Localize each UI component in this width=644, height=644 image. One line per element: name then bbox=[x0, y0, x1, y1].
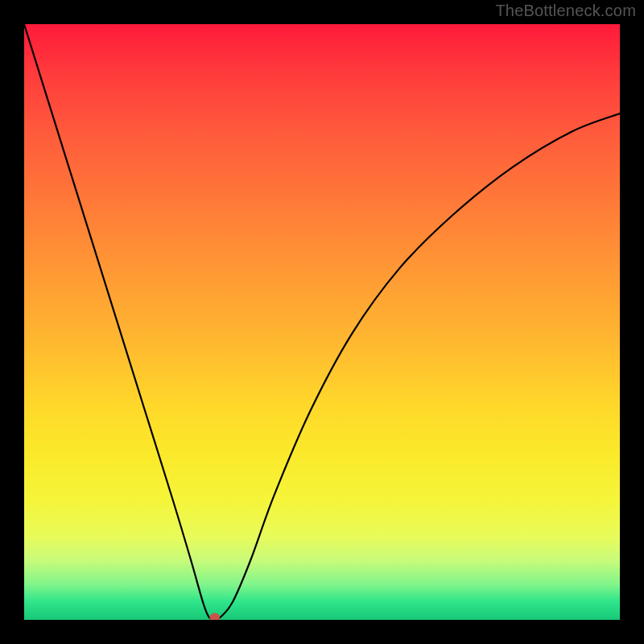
vertex-marker bbox=[210, 613, 220, 620]
plot-area bbox=[24, 24, 620, 620]
bottleneck-curve bbox=[24, 24, 620, 620]
chart-frame: TheBottleneck.com bbox=[0, 0, 644, 644]
curve-layer bbox=[24, 24, 620, 620]
watermark-text: TheBottleneck.com bbox=[495, 2, 636, 20]
